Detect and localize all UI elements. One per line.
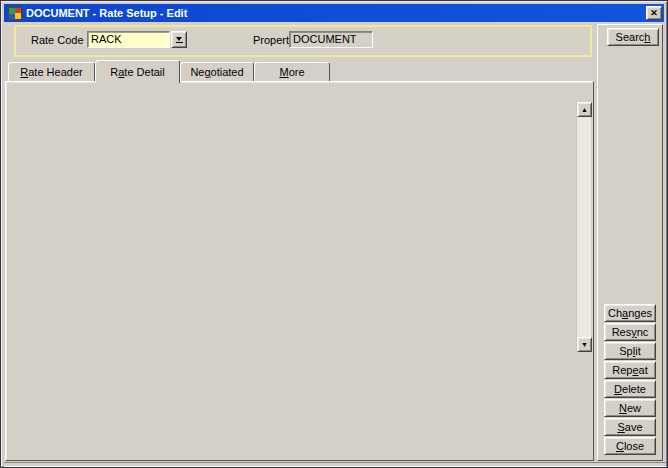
rate-code-dropdown-button[interactable] (171, 31, 187, 48)
tab-more[interactable]: More (254, 62, 330, 82)
rate-code-label: Rate Code (31, 34, 84, 46)
delete-button[interactable]: Delete (604, 380, 656, 398)
repeat-button[interactable]: Repeat (604, 361, 656, 379)
changes-button[interactable]: Changes (604, 304, 656, 322)
rate-setup-window: DOCUMENT - Rate Setup - Edit ✕ Rate Code… (0, 0, 668, 468)
tab-rate-detail[interactable]: Rate Detail (95, 60, 180, 83)
scroll-down-icon[interactable]: ▼ (577, 337, 592, 352)
rate-code-input[interactable]: RACK (87, 31, 170, 48)
rate-detail-tab-panel (5, 81, 594, 461)
new-button[interactable]: New (604, 399, 656, 417)
tab-negotiated[interactable]: Negotiated (180, 62, 254, 82)
close-icon[interactable]: ✕ (646, 6, 662, 20)
window-title: DOCUMENT - Rate Setup - Edit (26, 7, 187, 19)
resync-button[interactable]: Resync (604, 323, 656, 341)
scroll-up-icon[interactable]: ▲ (577, 102, 592, 117)
save-button[interactable]: Save (604, 418, 656, 436)
split-button[interactable]: Split (604, 342, 656, 360)
search-button[interactable]: Search (607, 28, 659, 46)
property-field: DOCUMENT (289, 31, 373, 48)
tab-rate-header[interactable]: Rate Header (8, 62, 95, 82)
status-bar (4, 462, 666, 467)
title-bar[interactable]: DOCUMENT - Rate Setup - Edit ✕ (4, 4, 664, 22)
app-icon (8, 7, 22, 20)
table-scrollbar[interactable]: ▲ ▼ (576, 102, 591, 352)
close-button[interactable]: Close (604, 437, 656, 455)
chevron-down-icon (176, 37, 182, 41)
